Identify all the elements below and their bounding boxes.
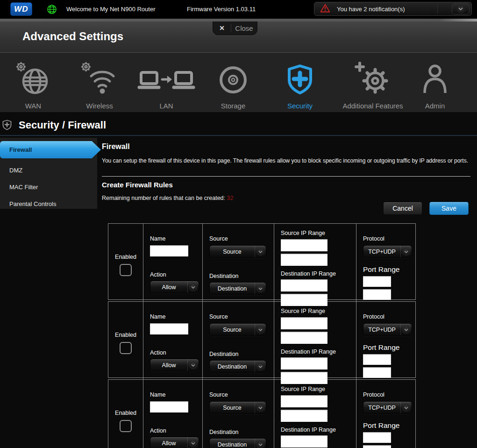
destination-label: Destination: [209, 429, 274, 435]
save-button[interactable]: Save: [429, 202, 469, 215]
source-dropdown[interactable]: Source: [209, 323, 266, 336]
sidebar-item-firewall[interactable]: Firewall: [0, 141, 101, 158]
sidebar-item-parental-controls[interactable]: Parental Controls: [0, 198, 97, 210]
close-button[interactable]: ✕ Close: [213, 21, 257, 35]
wifi-gear-icon: [69, 59, 130, 98]
ip-range-cell: Source IP Range Destination IP Range: [274, 302, 356, 384]
create-rules-title: Create Firewall Rules: [102, 181, 173, 189]
firewall-section-title: Firewall: [102, 142, 130, 151]
port-end-input[interactable]: [363, 367, 391, 378]
destination-ip-range-label: Destination IP Range: [281, 270, 356, 277]
close-icon: ✕: [213, 24, 231, 32]
protocol-port-cell: Protocol TCP+UDP Port Range: [356, 302, 416, 384]
disc-icon: [203, 59, 263, 98]
source-dropdown[interactable]: Source: [209, 401, 266, 414]
globe-status-icon: [47, 4, 57, 16]
chevron-down-icon: [400, 324, 412, 335]
name-action-cell: Name Action Allow: [143, 224, 203, 306]
sidebar-item-mac-filter[interactable]: MAC Filter: [0, 181, 97, 193]
protocol-label: Protocol: [363, 391, 384, 398]
nav-item-additional-features[interactable]: Additional Features: [333, 59, 413, 111]
destination-dropdown[interactable]: Destination: [209, 360, 266, 373]
action-dropdown[interactable]: Allow: [150, 437, 199, 448]
port-range-label: Port Range: [363, 343, 416, 352]
nav-item-lan[interactable]: LAN: [136, 59, 197, 111]
firmware-version: Firmware Version 1.03.11: [187, 6, 256, 13]
source-label: Source: [209, 313, 228, 320]
action-label: Action: [150, 427, 202, 434]
name-input[interactable]: [150, 323, 188, 334]
action-label: Action: [150, 271, 202, 278]
section-heading: Security / Firewall: [0, 114, 477, 136]
protocol-dropdown-value: TCP+UDP: [363, 405, 400, 411]
source-ip-end-input[interactable]: [281, 332, 327, 344]
close-label: Close: [231, 24, 257, 32]
nav-item-wan[interactable]: WAN: [3, 59, 64, 111]
notification-chevron-button[interactable]: [452, 3, 470, 14]
action-dropdown-value: Allow: [150, 440, 187, 447]
cancel-button[interactable]: Cancel: [383, 202, 422, 215]
destination-ip-start-input[interactable]: [281, 279, 327, 292]
source-dropdown[interactable]: Source: [209, 245, 266, 258]
source-ip-start-input[interactable]: [281, 239, 327, 251]
port-end-input[interactable]: [363, 445, 391, 448]
action-dropdown[interactable]: Allow: [150, 359, 199, 371]
chevron-down-icon: [456, 5, 465, 14]
destination-ip-start-input[interactable]: [281, 357, 327, 370]
router-admin-page: WD Welcome to My Net N900 Router Firmwar…: [0, 0, 477, 448]
firewall-description: You can setup the firewall of this devic…: [102, 156, 472, 165]
protocol-dropdown[interactable]: TCP+UDP: [363, 401, 412, 414]
top-bar: WD Welcome to My Net N900 Router Firmwar…: [0, 0, 477, 19]
source-destination-cell: Source Source Destination Destination: [203, 224, 274, 306]
protocol-dropdown[interactable]: TCP+UDP: [363, 245, 412, 258]
destination-dropdown[interactable]: Destination: [209, 282, 266, 295]
firewall-rule-row: Enabled Name Action Allow Source Source: [108, 379, 416, 448]
nav-item-security[interactable]: Security: [270, 59, 330, 111]
destination-dropdown[interactable]: Destination: [209, 438, 266, 448]
globe-gear-icon: [3, 59, 64, 98]
computers-arrow-icon: [136, 59, 197, 98]
remaining-rules-label: Remaining number of rules that can be cr…: [102, 195, 227, 201]
protocol-label: Protocol: [363, 313, 384, 320]
protocol-dropdown-value: TCP+UDP: [363, 249, 400, 255]
source-ip-end-input[interactable]: [281, 410, 327, 422]
enabled-label: Enabled: [115, 332, 136, 338]
nav-item-wireless[interactable]: Wireless: [69, 59, 130, 111]
source-dropdown-value: Source: [210, 405, 255, 411]
enabled-checkbox[interactable]: [120, 420, 132, 432]
port-start-input[interactable]: [363, 276, 391, 287]
notification-divider: [437, 4, 438, 14]
enabled-checkbox[interactable]: [120, 264, 132, 276]
notification-bar[interactable]: You have 2 notification(s): [314, 2, 472, 16]
name-input[interactable]: [150, 245, 188, 256]
chevron-down-icon: [255, 324, 266, 335]
source-label: Source: [209, 235, 228, 242]
shield-plus-icon: [2, 120, 12, 132]
source-dropdown-value: Source: [210, 327, 255, 333]
welcome-text: Welcome to My Net N900 Router: [66, 6, 156, 13]
chevron-down-icon: [187, 359, 199, 371]
chevron-down-icon: [187, 437, 199, 448]
port-start-input[interactable]: [363, 432, 391, 443]
port-end-input[interactable]: [363, 289, 391, 300]
source-ip-end-input[interactable]: [281, 254, 327, 266]
enabled-checkbox[interactable]: [120, 342, 132, 354]
port-start-input[interactable]: [363, 354, 391, 365]
source-ip-start-input[interactable]: [281, 395, 327, 407]
action-dropdown[interactable]: Allow: [150, 281, 199, 293]
page-title: Advanced Settings: [22, 30, 123, 43]
destination-ip-start-input[interactable]: [281, 435, 327, 448]
main-content: Firewall You can setup the firewall of t…: [102, 138, 472, 222]
chevron-down-icon: [187, 281, 199, 293]
nav-item-admin[interactable]: Admin: [405, 59, 465, 111]
destination-label: Destination: [209, 273, 274, 279]
enabled-cell: Enabled: [108, 302, 143, 384]
nav-item-storage[interactable]: Storage: [203, 59, 263, 111]
source-ip-start-input[interactable]: [281, 317, 327, 329]
protocol-port-cell: Protocol TCP+UDP Port Range: [356, 224, 416, 306]
wd-logo[interactable]: WD: [10, 2, 32, 16]
ip-range-cell: Source IP Range Destination IP Range: [274, 380, 356, 448]
sidebar-item-dmz[interactable]: DMZ: [0, 164, 97, 177]
name-input[interactable]: [150, 401, 188, 412]
protocol-dropdown[interactable]: TCP+UDP: [363, 323, 412, 336]
